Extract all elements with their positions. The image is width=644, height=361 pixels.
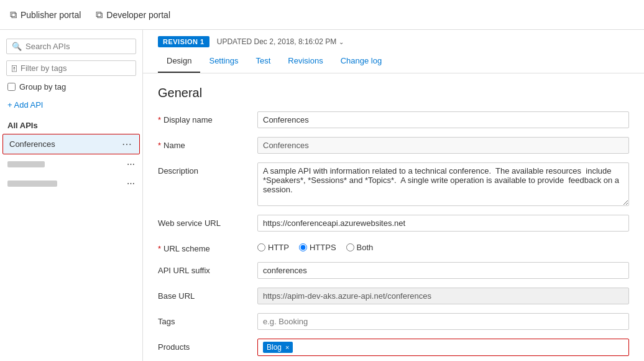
api-item-menu[interactable]: ⋯ (122, 138, 133, 150)
add-api-button[interactable]: + Add API (0, 95, 142, 115)
url-scheme-row: * URL scheme HTTP HTTPS Both (158, 240, 629, 253)
tab-test[interactable]: Test (247, 50, 279, 73)
main-layout: 🔍 ⍐ Group by tag + Add API All APIs Conf… (0, 30, 644, 361)
web-service-url-input[interactable] (257, 215, 629, 232)
publisher-portal-icon: ⧉ (10, 9, 17, 21)
required-star-name: * (158, 141, 161, 150)
product-tag-blog: Blog × (263, 342, 293, 353)
display-name-label: * Display name (158, 111, 257, 124)
group-by-tag-label: Group by tag (19, 82, 66, 91)
revision-date-text: UPDATED Dec 2, 2018, 8:16:02 PM (217, 37, 337, 46)
name-label: * Name (158, 137, 257, 150)
group-by-tag-checkbox[interactable] (7, 83, 16, 91)
top-bar: ⧉ Publisher portal ⧉ Developer portal (0, 0, 644, 30)
tags-label: Tags (158, 313, 257, 326)
required-star-url: * (158, 244, 161, 253)
description-row: Description A sample API with informatio… (158, 162, 629, 206)
developer-portal-label: Developer portal (106, 10, 170, 20)
form-title: General (158, 86, 629, 100)
form-area: General * Display name * Name (143, 73, 644, 361)
tags-row: Tags (158, 313, 629, 330)
filter-box[interactable]: ⍐ (6, 60, 136, 76)
api-url-suffix-input[interactable] (257, 262, 629, 279)
blurred-label-2 (7, 180, 57, 187)
description-label: Description (158, 162, 257, 176)
api-url-suffix-row: API URL suffix (158, 262, 629, 279)
all-apis-label: All APIs (0, 117, 142, 134)
base-url-row: Base URL https://apim-dev-aks.azure-api.… (158, 288, 629, 304)
web-service-url-label: Web service URL (158, 215, 257, 228)
publisher-portal-link[interactable]: ⧉ Publisher portal (10, 9, 81, 21)
developer-portal-icon: ⧉ (96, 9, 103, 21)
display-name-row: * Display name (158, 111, 629, 128)
filter-input[interactable] (21, 63, 131, 73)
radio-https-input[interactable] (299, 243, 307, 251)
web-service-url-row: Web service URL (158, 215, 629, 232)
product-tag-remove[interactable]: × (285, 344, 289, 351)
tags-input[interactable] (257, 313, 629, 330)
group-by-tag-row[interactable]: Group by tag (0, 78, 142, 95)
product-tag-label: Blog (267, 343, 282, 352)
api-item-blurred-1[interactable]: ⋯ (0, 154, 142, 174)
tab-changelog[interactable]: Change log (332, 50, 391, 73)
name-row: * Name (158, 137, 629, 154)
url-scheme-options: HTTP HTTPS Both (257, 240, 373, 252)
base-url-value: https://apim-dev-aks.azure-api.net/confe… (257, 288, 629, 304)
radio-http[interactable]: HTTP (257, 243, 289, 252)
radio-both[interactable]: Both (346, 243, 374, 252)
search-icon: 🔍 (12, 42, 22, 51)
products-row: Products Blog × (158, 339, 629, 356)
revision-chevron-icon[interactable]: ⌄ (339, 39, 344, 45)
developer-portal-link[interactable]: ⧉ Developer portal (96, 9, 170, 21)
products-label: Products (158, 339, 257, 352)
sidebar: 🔍 ⍐ Group by tag + Add API All APIs Conf… (0, 30, 143, 361)
name-input[interactable] (257, 137, 629, 154)
api-item-conferences[interactable]: Conferences ⋯ (2, 134, 140, 154)
revision-badge: REVISION 1 (158, 36, 209, 47)
api-url-suffix-label: API URL suffix (158, 262, 257, 275)
description-textarea[interactable]: A sample API with information related to… (257, 162, 629, 206)
revision-date: UPDATED Dec 2, 2018, 8:16:02 PM ⌄ (217, 37, 344, 46)
radio-https[interactable]: HTTPS (299, 243, 336, 252)
radio-http-input[interactable] (257, 243, 265, 251)
search-input[interactable] (25, 42, 131, 51)
base-url-label: Base URL (158, 288, 257, 301)
display-name-input[interactable] (257, 111, 629, 128)
tab-settings[interactable]: Settings (200, 50, 247, 73)
publisher-portal-label: Publisher portal (21, 10, 81, 20)
tab-design[interactable]: Design (158, 50, 200, 73)
required-star-display: * (158, 115, 161, 124)
products-field[interactable]: Blog × (257, 339, 629, 356)
api-item-menu-3[interactable]: ⋯ (127, 179, 135, 188)
filter-icon: ⍐ (12, 63, 17, 73)
radio-both-input[interactable] (346, 243, 354, 251)
api-item-blurred-2[interactable]: ⋯ (0, 174, 142, 193)
tabs: Design Settings Test Revisions Change lo… (143, 50, 644, 73)
search-box[interactable]: 🔍 (6, 39, 136, 54)
add-api-label: + Add API (7, 100, 43, 110)
api-item-menu-2[interactable]: ⋯ (127, 159, 135, 169)
revision-bar: REVISION 1 UPDATED Dec 2, 2018, 8:16:02 … (143, 30, 644, 47)
blurred-label (7, 161, 45, 167)
tab-revisions[interactable]: Revisions (279, 50, 331, 73)
content-area: REVISION 1 UPDATED Dec 2, 2018, 8:16:02 … (143, 30, 644, 361)
api-item-name: Conferences (9, 139, 55, 149)
url-scheme-label: * URL scheme (158, 240, 257, 253)
